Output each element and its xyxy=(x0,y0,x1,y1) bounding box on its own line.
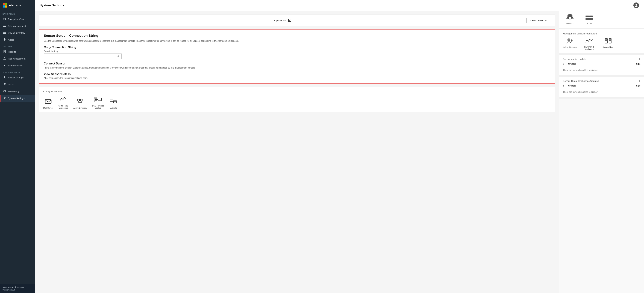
view-description: After connection, the Sensor is displaye… xyxy=(44,77,550,79)
copy-label: Copy this string: xyxy=(44,50,550,52)
sidebar-item-enterprise-view[interactable]: Enterprise View xyxy=(0,16,35,22)
connect-description: Paste the string in the Sensor, System S… xyxy=(44,66,550,70)
sidebar-item-label: Forwarding xyxy=(8,90,20,93)
sidebar-item-label: Users xyxy=(8,83,14,86)
sensor-threat-section: Sensor Threat Intelligence Updates + # C… xyxy=(559,77,644,98)
servicenow-label: ServiceNow xyxy=(603,46,614,48)
users-icon xyxy=(3,83,6,86)
forwarding-icon xyxy=(3,90,6,93)
configure-dns-reverse[interactable]: DNS Reverse Lookup xyxy=(92,96,104,109)
svg-rect-34 xyxy=(98,98,102,101)
sidebar-item-risk-assessment[interactable]: Risk Assessment xyxy=(0,55,35,62)
sidebar-item-label: Site Management xyxy=(8,25,26,27)
svg-rect-8 xyxy=(3,26,6,27)
vlan-label: VLAN xyxy=(586,22,592,24)
sensor-threat-title: Sensor Threat Intelligence Updates xyxy=(563,80,599,82)
network-item[interactable]: Network xyxy=(563,14,577,24)
analysis-section-label: ANALYSIS xyxy=(0,43,35,48)
configure-subnets[interactable]: Subnets xyxy=(109,98,117,109)
sidebar-bottom: Management console Version 22.3.4 xyxy=(0,284,35,293)
vlan-item[interactable]: VLAN xyxy=(582,14,596,24)
threat-hash-col: # xyxy=(563,84,568,87)
configure-active-directory[interactable]: Active Directory xyxy=(73,98,87,109)
system-settings-icon xyxy=(3,96,6,100)
user-avatar[interactable] xyxy=(634,2,639,8)
sidebar-item-users[interactable]: Users xyxy=(0,81,35,88)
sidebar-item-site-management[interactable]: Site Management xyxy=(0,22,35,30)
content-area: Operational SAVE CHANGES Sensor Setup – … xyxy=(35,11,644,293)
alert-exclusion-icon xyxy=(3,64,6,67)
snmp-mib-integration[interactable]: SNMP MIB Monitoring xyxy=(582,38,596,50)
sensor-version-expand-icon[interactable]: + xyxy=(638,57,640,61)
svg-rect-42 xyxy=(110,102,113,104)
sensor-version-section: Sensor version update + # Created Size T… xyxy=(559,55,644,77)
snmp-mib-icon xyxy=(59,96,67,103)
sensor-version-title: Sensor version update xyxy=(563,58,586,60)
sidebar-item-forwarding[interactable]: Forwarding xyxy=(0,88,35,95)
configure-snmp-mib[interactable]: SNMP MIB Monitoring xyxy=(58,96,68,109)
dns-reverse-label: DNS Reverse Lookup xyxy=(92,105,104,109)
active-directory-label: Active Directory xyxy=(73,107,87,109)
svg-point-65 xyxy=(571,39,573,41)
svg-point-23 xyxy=(636,4,637,6)
top-bar: System Settings xyxy=(35,0,644,11)
site-management-icon xyxy=(3,24,6,28)
configure-mail-server[interactable]: Mail Server xyxy=(43,98,53,109)
integrations-section: Management console integrations xyxy=(559,29,644,55)
svg-rect-9 xyxy=(3,32,6,32)
nav-section-label: NAVIGATION xyxy=(0,10,35,16)
network-vlan-section: Network xyxy=(559,11,644,29)
threat-size-col: Size xyxy=(626,84,640,87)
sidebar-item-alerts[interactable]: Alerts xyxy=(0,36,35,43)
management-console-label: Management console xyxy=(2,286,32,288)
dns-reverse-icon xyxy=(94,96,102,103)
sidebar-item-device-inventory[interactable]: Device Inventory xyxy=(0,30,35,36)
sidebar: Microsoft NAVIGATION Enterprise View Sit… xyxy=(0,0,35,293)
sensor-setup-description: Use the Connection String displayed here… xyxy=(44,40,550,42)
sidebar-item-alert-exclusion[interactable]: Alert Exclusion xyxy=(0,62,35,69)
show-password-icon[interactable]: 👁 xyxy=(117,55,120,58)
subnets-icon xyxy=(109,98,117,106)
access-groups-icon xyxy=(3,76,6,79)
sidebar-item-label: Device Inventory xyxy=(8,32,25,34)
svg-marker-18 xyxy=(4,65,6,66)
svg-point-21 xyxy=(5,83,6,84)
svg-rect-24 xyxy=(45,100,51,104)
sidebar-item-system-settings[interactable]: System Settings xyxy=(0,95,35,102)
copy-connection-title: Copy Connection String xyxy=(44,46,550,49)
svg-rect-33 xyxy=(95,100,98,102)
svg-rect-11 xyxy=(3,33,6,34)
active-directory-integration[interactable]: Active Directory xyxy=(563,38,577,50)
sensor-setup-title: Sensor Setup – Connection String xyxy=(44,34,550,38)
svg-rect-43 xyxy=(114,101,116,103)
sensor-version-empty: There are currently no files to display xyxy=(563,68,640,73)
operational-checkbox[interactable] xyxy=(288,19,291,22)
svg-point-5 xyxy=(4,18,5,19)
save-changes-button[interactable]: SAVE CHANGES xyxy=(526,18,551,23)
sidebar-item-label: Alerts xyxy=(8,38,14,41)
alerts-icon xyxy=(3,38,6,42)
sidebar-item-reports[interactable]: Reports xyxy=(0,48,35,55)
sensor-version-header: Sensor version update + xyxy=(563,57,640,61)
connection-string-input[interactable] xyxy=(46,55,117,58)
svg-rect-0 xyxy=(3,3,5,5)
sensor-threat-expand-icon[interactable]: + xyxy=(638,79,640,83)
svg-point-19 xyxy=(4,76,5,77)
right-panel: Network xyxy=(559,11,644,293)
sidebar-item-label: Access Groups xyxy=(8,76,24,79)
servicenow-icon xyxy=(604,38,613,44)
svg-rect-25 xyxy=(78,99,80,101)
configure-sensors-card: Configure Sensors Mail Server xyxy=(39,87,555,112)
subnets-label: Subnets xyxy=(110,107,117,109)
sensor-setup-card: Sensor Setup – Connection String Use the… xyxy=(39,30,555,84)
sidebar-item-access-groups[interactable]: Access Groups xyxy=(0,74,35,81)
configure-sensors-title: Configure Sensors xyxy=(43,90,550,93)
snmp-mib-right-icon xyxy=(584,38,594,44)
svg-rect-6 xyxy=(3,25,6,26)
connection-string-row: 👁 xyxy=(44,54,122,59)
svg-rect-60 xyxy=(591,18,592,20)
snmp-mib-label: SNMP MIB Monitoring xyxy=(58,105,68,109)
servicenow-integration[interactable]: ServiceNow xyxy=(601,38,615,50)
created-col: Created xyxy=(568,63,626,65)
svg-rect-54 xyxy=(568,16,572,17)
